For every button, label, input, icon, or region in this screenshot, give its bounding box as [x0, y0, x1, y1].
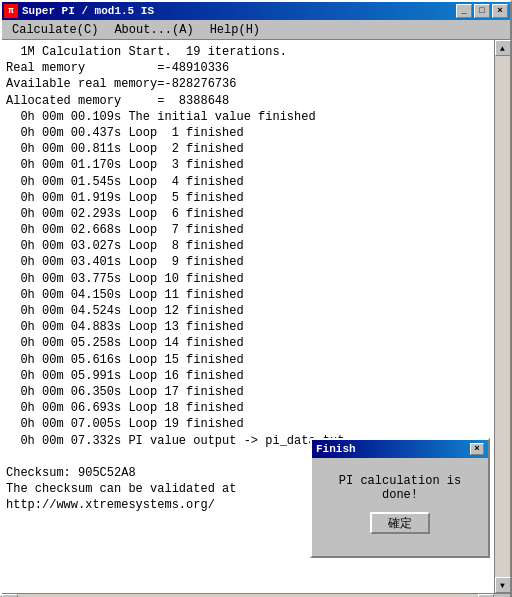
scroll-down-button[interactable]: ▼	[495, 577, 511, 593]
finish-title: Finish	[316, 443, 356, 455]
menu-bar: Calculate(C) About...(A) Help(H)	[2, 20, 510, 40]
app-icon: π	[4, 4, 18, 18]
finish-title-bar: Finish ×	[312, 440, 488, 458]
finish-close-button[interactable]: ×	[470, 443, 484, 455]
title-buttons: _ □ ×	[456, 4, 508, 18]
finish-message: PI calculation is done!	[339, 474, 461, 502]
content-area: 1M Calculation Start. 19 iterations. Rea…	[2, 40, 510, 593]
finish-dialog: Finish × PI calculation is done! 確定	[310, 438, 490, 558]
title-bar-left: π Super PI / mod1.5 IS	[4, 4, 154, 18]
maximize-button[interactable]: □	[474, 4, 490, 18]
scroll-up-button[interactable]: ▲	[495, 40, 511, 56]
menu-about[interactable]: About...(A)	[106, 21, 201, 39]
menu-calculate[interactable]: Calculate(C)	[4, 21, 106, 39]
menu-help[interactable]: Help(H)	[202, 21, 268, 39]
finish-ok-button[interactable]: 確定	[370, 512, 430, 534]
finish-body: PI calculation is done! 確定	[312, 458, 488, 542]
vertical-scrollbar: ▲ ▼	[494, 40, 510, 593]
main-window: π Super PI / mod1.5 IS _ □ × Calculate(C…	[0, 0, 512, 597]
scrollbar-corner	[494, 594, 510, 598]
horizontal-scrollbar: ◄ ►	[2, 593, 510, 597]
minimize-button[interactable]: _	[456, 4, 472, 18]
close-button[interactable]: ×	[492, 4, 508, 18]
window-title: Super PI / mod1.5 IS	[22, 5, 154, 17]
scroll-left-button[interactable]: ◄	[2, 594, 18, 598]
scroll-track[interactable]	[495, 56, 510, 577]
scroll-right-button[interactable]: ►	[478, 594, 494, 598]
title-bar: π Super PI / mod1.5 IS _ □ ×	[2, 2, 510, 20]
